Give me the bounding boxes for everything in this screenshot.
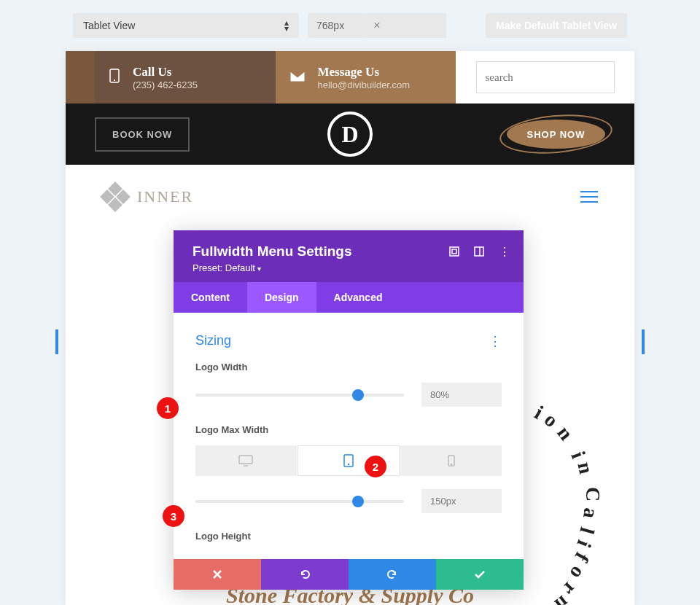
device-tab-desktop[interactable] — [195, 445, 297, 476]
call-title: Call Us — [133, 65, 198, 79]
svg-point-9 — [349, 464, 349, 465]
annotation-marker-1: 1 — [157, 397, 179, 419]
kebab-menu-icon[interactable]: ⋮ — [499, 246, 510, 259]
brand-diamond-icon — [102, 184, 128, 210]
cancel-button[interactable] — [174, 559, 261, 590]
book-now-button[interactable]: BOOK NOW — [95, 117, 190, 152]
main-navbar: BOOK NOW D SHOP NOW — [66, 104, 634, 165]
message-us-block[interactable]: Message Us hello@divibuilder.com — [276, 51, 456, 104]
logo-max-width-label: Logo Max Width — [195, 424, 502, 435]
svg-rect-3 — [452, 249, 456, 254]
save-button[interactable] — [436, 559, 524, 590]
viewport-width-input[interactable]: 768px — [308, 13, 366, 38]
logo-width-slider[interactable] — [195, 394, 404, 397]
logo-max-width-value[interactable]: 150px — [421, 489, 502, 513]
modal-header[interactable]: Fullwidth Menu Settings Preset: Default … — [174, 230, 524, 282]
svg-rect-2 — [450, 247, 459, 256]
sizing-heading[interactable]: Sizing — [195, 333, 231, 348]
inner-brand[interactable]: INNER — [102, 184, 193, 210]
annotation-marker-3: 3 — [163, 505, 184, 527]
snap-icon[interactable] — [474, 246, 484, 259]
logo-height-label: Logo Height — [195, 531, 502, 542]
slider-thumb[interactable] — [352, 389, 364, 401]
logo-width-label: Logo Width — [195, 362, 502, 372]
search-input[interactable] — [476, 61, 615, 93]
call-number: (235) 462-6235 — [133, 79, 198, 90]
search-block — [456, 51, 634, 104]
logo-max-width-slider[interactable] — [195, 500, 404, 503]
select-updown-icon: ▴▾ — [284, 20, 289, 31]
svg-rect-4 — [475, 247, 483, 256]
svg-point-1 — [114, 79, 115, 81]
message-email: hello@divibuilder.com — [318, 79, 411, 90]
logo-letter: D — [341, 121, 358, 148]
shop-now-label: SHOP NOW — [527, 129, 586, 140]
tab-design[interactable]: Design — [247, 282, 316, 313]
device-tab-phone[interactable] — [400, 445, 502, 476]
responsive-toolbar: Tablet View ▴▾ 768px × Make Default Tabl… — [0, 0, 700, 51]
device-select-label: Tablet View — [83, 20, 135, 31]
modal-header-icons: ⋮ — [449, 246, 510, 259]
svg-rect-6 — [239, 456, 252, 464]
make-default-button[interactable]: Make Default Tablet View — [486, 13, 627, 38]
modal-body: Sizing ⋮ Logo Width 80% Logo Max Width 1… — [174, 313, 524, 559]
phone-icon — [109, 69, 120, 87]
logo-icon[interactable]: D — [327, 112, 373, 157]
resize-handle-left[interactable] — [55, 329, 58, 354]
device-select[interactable]: Tablet View ▴▾ — [73, 13, 299, 38]
resize-handle-right[interactable] — [642, 329, 645, 354]
envelope-icon — [290, 70, 305, 85]
preset-dropdown[interactable]: Preset: Default — [192, 262, 505, 273]
shop-now-button[interactable]: SHOP NOW — [507, 120, 605, 149]
contact-topbar: Call Us (235) 462-6235 Message Us hello@… — [66, 51, 634, 104]
modal-tabs: Content Design Advanced — [174, 282, 524, 313]
viewport-height-input[interactable] — [388, 13, 446, 38]
responsive-device-tabs — [195, 445, 502, 476]
slider-thumb[interactable] — [352, 496, 364, 507]
message-title: Message Us — [318, 65, 411, 79]
inner-header: INNER — [66, 165, 634, 229]
call-text: Call Us (235) 462-6235 — [133, 65, 198, 90]
brand-text: INNER — [137, 187, 193, 206]
redo-button[interactable] — [349, 559, 436, 590]
logo-width-value[interactable]: 80% — [421, 383, 502, 407]
annotation-marker-2: 2 — [365, 456, 386, 477]
message-text: Message Us hello@divibuilder.com — [318, 65, 411, 90]
undo-button[interactable] — [261, 559, 349, 590]
topbar-accent — [66, 51, 95, 104]
expand-icon[interactable] — [449, 246, 459, 259]
tab-content[interactable]: Content — [174, 282, 247, 313]
hamburger-menu-icon[interactable] — [580, 191, 598, 203]
modal-footer — [174, 559, 524, 590]
settings-modal: Fullwidth Menu Settings Preset: Default … — [174, 230, 524, 590]
sizing-kebab-icon[interactable]: ⋮ — [489, 335, 502, 348]
svg-point-11 — [451, 464, 451, 465]
call-us-block[interactable]: Call Us (235) 462-6235 — [95, 51, 276, 104]
tab-advanced[interactable]: Advanced — [316, 282, 400, 313]
clear-width-button[interactable]: × — [366, 13, 388, 38]
